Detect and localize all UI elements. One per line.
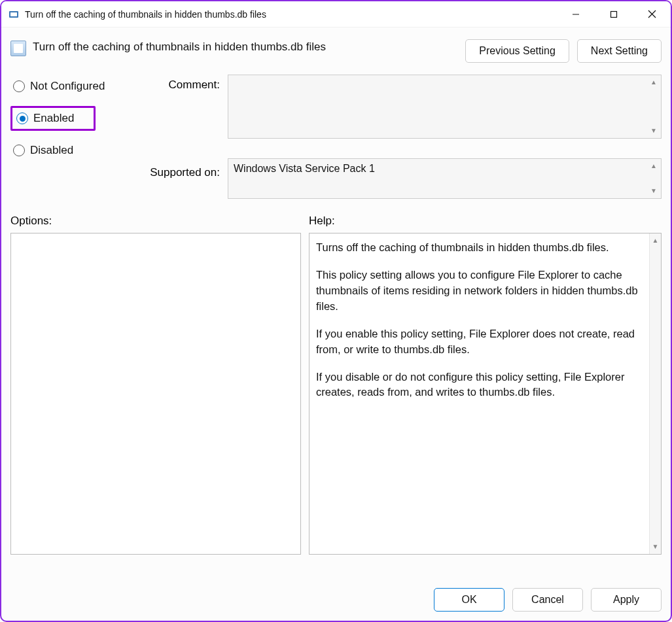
radio-label: Enabled — [33, 112, 74, 125]
radio-icon — [13, 145, 25, 156]
options-label: Options: — [10, 215, 309, 228]
scroll-down-icon[interactable]: ▼ — [650, 188, 657, 194]
titlebar: Turn off the caching of thumbnails in hi… — [1, 1, 671, 27]
cancel-button[interactable]: Cancel — [512, 588, 583, 612]
comment-textbox[interactable]: ▲ ▼ — [228, 75, 662, 139]
radio-label: Disabled — [30, 144, 73, 157]
apply-button[interactable]: Apply — [591, 588, 662, 612]
radio-label: Not Configured — [30, 80, 105, 93]
help-panel: Turns off the caching of thumbnails in h… — [309, 233, 662, 555]
scroll-up-icon[interactable]: ▲ — [650, 79, 657, 86]
policy-icon — [10, 41, 26, 56]
supported-on-textbox: Windows Vista Service Pack 1 ▲ ▼ — [228, 158, 662, 199]
policy-title: Turn off the caching of thumbnails in hi… — [33, 39, 457, 54]
supported-on-label: Supported on: — [139, 158, 224, 199]
svg-rect-1 — [10, 12, 17, 16]
comment-label: Comment: — [139, 75, 224, 92]
radio-icon — [13, 80, 25, 92]
header-row: Turn off the caching of thumbnails in hi… — [1, 27, 671, 68]
supported-on-value: Windows Vista Service Pack 1 — [234, 163, 375, 174]
help-text: Turns off the caching of thumbnails in h… — [316, 240, 643, 256]
help-text: This policy setting allows you to config… — [316, 268, 643, 315]
next-setting-button[interactable]: Next Setting — [577, 39, 662, 63]
ok-button[interactable]: OK — [434, 588, 504, 612]
help-text: If you enable this policy setting, File … — [316, 326, 643, 358]
radio-disabled[interactable]: Disabled — [10, 143, 135, 158]
scroll-down-icon[interactable]: ▼ — [650, 128, 657, 134]
svg-rect-3 — [611, 11, 617, 17]
radio-icon — [16, 112, 28, 124]
scroll-up-icon[interactable]: ▲ — [650, 163, 657, 169]
minimize-button[interactable] — [557, 1, 595, 27]
scroll-down-icon[interactable]: ▼ — [650, 542, 661, 552]
close-button[interactable] — [633, 1, 671, 27]
dialog-footer: OK Cancel Apply — [434, 588, 662, 612]
window-title: Turn off the caching of thumbnails in hi… — [25, 9, 557, 20]
options-panel — [10, 233, 301, 555]
radio-enabled[interactable]: Enabled — [16, 112, 74, 125]
help-text: If you disable or do not configure this … — [316, 370, 643, 401]
help-scrollbar[interactable]: ▲ ▼ — [649, 233, 661, 554]
previous-setting-button[interactable]: Previous Setting — [465, 39, 569, 63]
highlight-enabled: Enabled — [10, 106, 96, 131]
maximize-button[interactable] — [595, 1, 633, 27]
app-icon — [8, 9, 20, 20]
radio-not-configured[interactable]: Not Configured — [10, 78, 135, 94]
scroll-up-icon[interactable]: ▲ — [650, 236, 661, 246]
window-controls — [557, 1, 671, 27]
help-label: Help: — [309, 215, 662, 228]
